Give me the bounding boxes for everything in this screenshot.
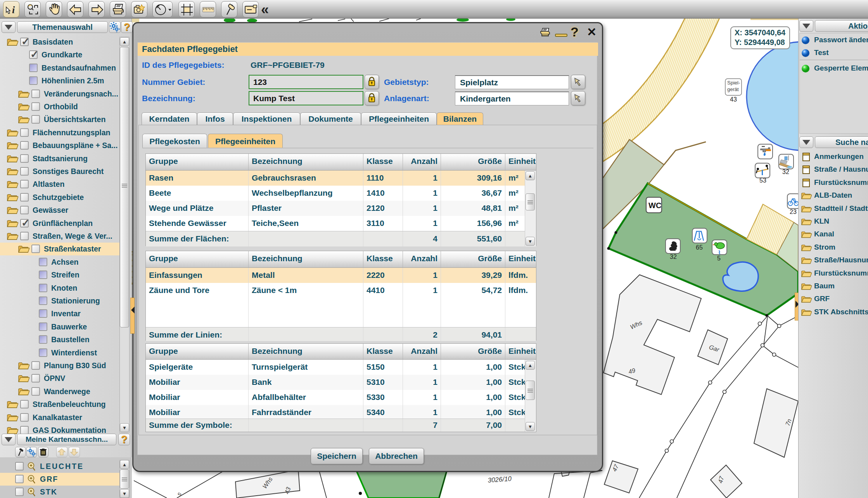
svg-text:65: 65: [696, 244, 703, 251]
svg-text:i: i: [12, 4, 15, 16]
svg-text:X: 3547040,64: X: 3547040,64: [735, 28, 786, 37]
svg-text:Spiel-: Spiel-: [727, 80, 740, 86]
svg-text:23: 23: [790, 209, 797, 215]
svg-text:5: 5: [717, 255, 721, 262]
svg-text:53: 53: [759, 177, 766, 184]
svg-text:WC: WC: [648, 201, 661, 210]
svg-text:43: 43: [730, 96, 737, 103]
svg-text:s: s: [176, 491, 183, 497]
svg-text:Y: 5294449,08: Y: 5294449,08: [735, 38, 785, 47]
svg-text:32: 32: [670, 253, 677, 260]
svg-text:gerät: gerät: [727, 86, 739, 92]
svg-text:32: 32: [782, 169, 789, 175]
svg-text:3026/10: 3026/10: [488, 475, 512, 484]
